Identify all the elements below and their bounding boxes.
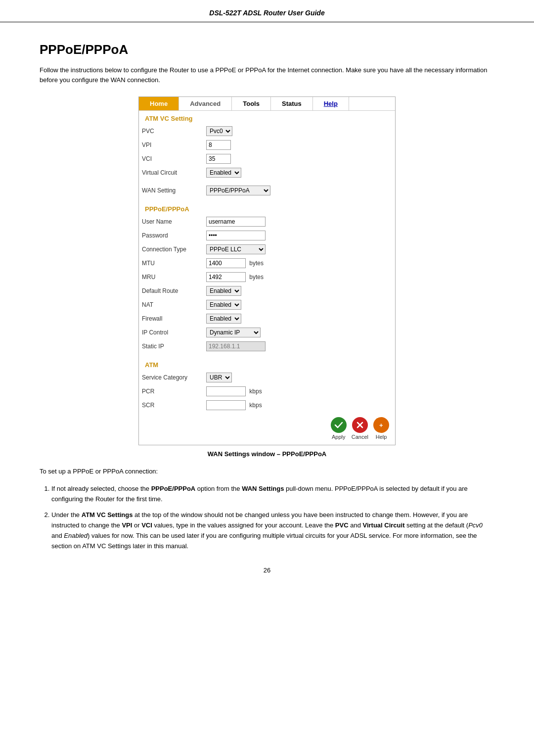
username-row: User Name <box>139 215 395 229</box>
instruction-2: Under the ATM VC Settings at the top of … <box>51 510 494 551</box>
page-content: PPPoE/PPPoA Follow the instructions belo… <box>0 22 534 594</box>
mtu-row: MTU bytes <box>139 256 395 270</box>
static-ip-row: Static IP <box>139 339 395 353</box>
nat-row: NAT Enabled <box>139 298 395 312</box>
connection-type-row: Connection Type PPPoE LLC <box>139 242 395 256</box>
service-category-select[interactable]: UBR <box>206 373 232 382</box>
wan-setting-select[interactable]: PPPoE/PPPoA <box>206 186 270 195</box>
cancel-icon <box>352 417 368 433</box>
default-route-select[interactable]: Enabled <box>206 286 241 296</box>
mru-label: MRU <box>139 270 203 284</box>
vci-label: VCI <box>139 152 203 166</box>
wan-setting-row: WAN Setting PPPoE/PPPoA <box>139 184 395 197</box>
service-category-value-cell: UBR <box>203 371 395 384</box>
vpi-row: VPI <box>139 138 395 152</box>
vci-input[interactable] <box>206 154 231 164</box>
service-category-label: Service Category <box>139 371 203 384</box>
pcr-units: kbps <box>249 388 262 395</box>
instruction-1: If not already selected, choose the PPPo… <box>51 484 494 505</box>
pcr-row: PCR kbps <box>139 384 395 398</box>
button-row: Apply Cancel + Help <box>139 412 395 445</box>
intro-text: Follow the instructions below to configu… <box>40 65 494 85</box>
ip-control-label: IP Control <box>139 326 203 339</box>
mru-value-cell: bytes <box>203 270 395 284</box>
connection-type-label: Connection Type <box>139 242 203 256</box>
ip-control-value-cell: Dynamic IP <box>203 326 395 339</box>
username-value-cell <box>203 215 395 229</box>
pppoe-form: User Name Password Connection Type PPPoE… <box>139 215 395 353</box>
scr-input[interactable] <box>206 400 246 410</box>
password-input[interactable] <box>206 231 266 240</box>
virtual-circuit-value-cell: Enabled <box>203 166 395 180</box>
sep-row-1 <box>139 180 395 184</box>
connection-type-value-cell: PPPoE LLC <box>203 242 395 256</box>
virtual-circuit-row: Virtual Circuit Enabled <box>139 166 395 180</box>
username-label: User Name <box>139 215 203 229</box>
pvc-row: PVC Pvc0 <box>139 124 395 138</box>
password-value-cell <box>203 229 395 242</box>
nav-status[interactable]: Status <box>271 97 313 110</box>
pvc-label: PVC <box>139 124 203 138</box>
nat-select[interactable]: Enabled <box>206 300 241 310</box>
pcr-label: PCR <box>139 384 203 398</box>
page-number: 26 <box>40 567 494 574</box>
default-route-value-cell: Enabled <box>203 284 395 298</box>
cancel-button-wrap[interactable]: Cancel <box>352 417 368 440</box>
page-title: PPPoE/PPPoA <box>40 42 494 57</box>
pcr-value-cell: kbps <box>203 384 395 398</box>
username-input[interactable] <box>206 217 266 227</box>
mru-row: MRU bytes <box>139 270 395 284</box>
firewall-select[interactable]: Enabled <box>206 314 241 324</box>
mtu-units: bytes <box>249 260 264 267</box>
mru-input[interactable] <box>206 272 246 282</box>
firewall-value-cell: Enabled <box>203 312 395 326</box>
nav-advanced[interactable]: Advanced <box>179 97 232 110</box>
atm-vc-section-header: ATM VC Setting <box>139 111 395 124</box>
default-route-label: Default Route <box>139 284 203 298</box>
instructions-list: If not already selected, choose the PPPo… <box>51 484 494 552</box>
nav-tools[interactable]: Tools <box>232 97 271 110</box>
vci-row: VCI <box>139 152 395 166</box>
nav-home[interactable]: Home <box>139 97 179 110</box>
router-window: Home Advanced Tools Status Help ATM VC S… <box>138 96 396 445</box>
header-title: DSL-522T ADSL Router User Guide <box>209 9 324 17</box>
ip-control-select[interactable]: Dynamic IP <box>206 328 261 337</box>
svg-text:+: + <box>379 422 383 429</box>
body-intro: To set up a PPPoE or PPPoA connection: <box>40 467 494 477</box>
ip-control-row: IP Control Dynamic IP <box>139 326 395 339</box>
wan-setting-label: WAN Setting <box>139 184 203 197</box>
default-route-row: Default Route Enabled <box>139 284 395 298</box>
atm-form: Service Category UBR PCR kbps SCR k <box>139 371 395 412</box>
pvc-select[interactable]: Pvc0 <box>206 126 232 136</box>
atm-section-header: ATM <box>139 357 395 371</box>
caption: WAN Settings window – PPPoE/PPPoA <box>40 450 494 458</box>
virtual-circuit-select[interactable]: Enabled <box>206 168 241 178</box>
help-button-wrap[interactable]: + Help <box>373 417 389 440</box>
static-ip-input[interactable] <box>206 341 266 351</box>
help-icon: + <box>373 417 389 433</box>
vpi-value-cell <box>203 138 395 152</box>
mtu-input[interactable] <box>206 258 246 268</box>
mtu-label: MTU <box>139 256 203 270</box>
password-label: Password <box>139 229 203 242</box>
page-header: DSL-522T ADSL Router User Guide <box>0 0 534 22</box>
atm-vc-form: PVC Pvc0 VPI VCI Virtual <box>139 124 395 197</box>
pppoe-section-header: PPPoE/PPPoA <box>139 201 395 215</box>
scr-row: SCR kbps <box>139 398 395 412</box>
apply-button-wrap[interactable]: Apply <box>331 417 347 440</box>
apply-label: Apply <box>332 434 346 440</box>
connection-type-select[interactable]: PPPoE LLC <box>206 244 266 254</box>
nav-bar: Home Advanced Tools Status Help <box>139 97 395 111</box>
static-ip-label: Static IP <box>139 339 203 353</box>
vci-value-cell <box>203 152 395 166</box>
mru-units: bytes <box>249 274 264 281</box>
scr-label: SCR <box>139 398 203 412</box>
pvc-value-cell: Pvc0 <box>203 124 395 138</box>
cancel-label: Cancel <box>352 434 368 440</box>
help-btn-label: Help <box>376 434 387 440</box>
mtu-value-cell: bytes <box>203 256 395 270</box>
pcr-input[interactable] <box>206 386 246 396</box>
nav-help[interactable]: Help <box>313 97 349 110</box>
vpi-input[interactable] <box>206 140 231 150</box>
firewall-row: Firewall Enabled <box>139 312 395 326</box>
